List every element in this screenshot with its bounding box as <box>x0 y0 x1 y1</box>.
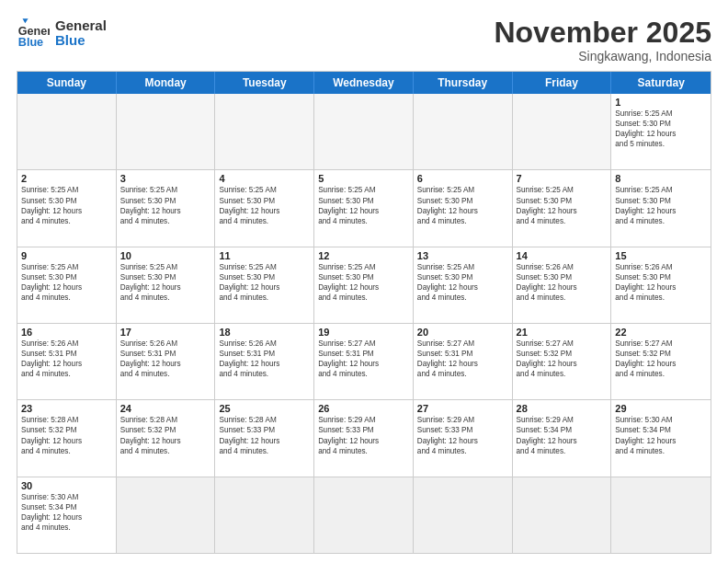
calendar-cell: 12Sunrise: 5:25 AM Sunset: 5:30 PM Dayli… <box>314 247 414 323</box>
calendar-header: SundayMondayTuesdayWednesdayThursdayFrid… <box>17 72 711 94</box>
calendar-body: 1Sunrise: 5:25 AM Sunset: 5:30 PM Daylig… <box>17 94 711 553</box>
cell-info: Sunrise: 5:27 AM Sunset: 5:32 PM Dayligh… <box>615 339 707 379</box>
day-number: 9 <box>21 250 112 261</box>
cell-info: Sunrise: 5:28 AM Sunset: 5:33 PM Dayligh… <box>219 415 310 455</box>
cell-info: Sunrise: 5:25 AM Sunset: 5:30 PM Dayligh… <box>21 185 112 225</box>
calendar-cell: 11Sunrise: 5:25 AM Sunset: 5:30 PM Dayli… <box>215 247 314 323</box>
cell-info: Sunrise: 5:27 AM Sunset: 5:31 PM Dayligh… <box>417 339 508 379</box>
calendar-cell <box>117 94 216 169</box>
title-block: November 2025 Singkawang, Indonesia <box>494 17 711 63</box>
svg-text:Blue: Blue <box>18 36 43 49</box>
day-number: 8 <box>615 173 707 184</box>
cell-info: Sunrise: 5:26 AM Sunset: 5:30 PM Dayligh… <box>517 262 608 303</box>
calendar-cell: 2Sunrise: 5:25 AM Sunset: 5:30 PM Daylig… <box>17 170 117 246</box>
cell-info: Sunrise: 5:25 AM Sunset: 5:30 PM Dayligh… <box>615 109 707 149</box>
header-day-tuesday: Tuesday <box>215 72 314 94</box>
cell-info: Sunrise: 5:26 AM Sunset: 5:31 PM Dayligh… <box>219 339 310 379</box>
cell-info: Sunrise: 5:26 AM Sunset: 5:31 PM Dayligh… <box>21 339 112 379</box>
calendar-row: 2Sunrise: 5:25 AM Sunset: 5:30 PM Daylig… <box>17 170 711 247</box>
day-number: 2 <box>21 173 112 184</box>
page: General Blue General Blue November 2025 … <box>0 0 728 563</box>
calendar: SundayMondayTuesdayWednesdayThursdayFrid… <box>17 71 711 554</box>
day-number: 13 <box>417 250 508 261</box>
calendar-cell <box>117 477 216 553</box>
calendar-row: 1Sunrise: 5:25 AM Sunset: 5:30 PM Daylig… <box>17 94 711 170</box>
calendar-cell <box>215 94 314 169</box>
calendar-cell: 17Sunrise: 5:26 AM Sunset: 5:31 PM Dayli… <box>117 324 216 399</box>
calendar-row: 23Sunrise: 5:28 AM Sunset: 5:32 PM Dayli… <box>17 400 711 477</box>
logo-icon: General Blue <box>17 17 50 50</box>
calendar-cell: 30Sunrise: 5:30 AM Sunset: 5:34 PM Dayli… <box>17 477 117 553</box>
calendar-cell: 15Sunrise: 5:26 AM Sunset: 5:30 PM Dayli… <box>611 247 711 323</box>
calendar-cell <box>414 477 513 553</box>
calendar-cell: 9Sunrise: 5:25 AM Sunset: 5:30 PM Daylig… <box>17 247 117 323</box>
svg-marker-2 <box>22 18 28 23</box>
cell-info: Sunrise: 5:25 AM Sunset: 5:30 PM Dayligh… <box>219 262 310 303</box>
day-number: 29 <box>615 403 707 414</box>
cell-info: Sunrise: 5:28 AM Sunset: 5:32 PM Dayligh… <box>120 415 211 455</box>
subtitle: Singkawang, Indonesia <box>494 49 711 63</box>
header-day-friday: Friday <box>513 72 612 94</box>
calendar-cell <box>314 94 414 169</box>
calendar-cell <box>314 477 414 553</box>
cell-info: Sunrise: 5:26 AM Sunset: 5:30 PM Dayligh… <box>615 262 707 303</box>
calendar-cell: 7Sunrise: 5:25 AM Sunset: 5:30 PM Daylig… <box>513 170 612 246</box>
calendar-cell <box>611 477 711 553</box>
day-number: 1 <box>615 97 707 108</box>
calendar-cell: 19Sunrise: 5:27 AM Sunset: 5:31 PM Dayli… <box>314 324 414 399</box>
cell-info: Sunrise: 5:26 AM Sunset: 5:31 PM Dayligh… <box>120 339 211 379</box>
cell-info: Sunrise: 5:25 AM Sunset: 5:30 PM Dayligh… <box>417 185 508 225</box>
day-number: 24 <box>120 403 211 414</box>
day-number: 18 <box>219 327 310 338</box>
cell-info: Sunrise: 5:25 AM Sunset: 5:30 PM Dayligh… <box>219 185 310 225</box>
calendar-cell: 5Sunrise: 5:25 AM Sunset: 5:30 PM Daylig… <box>314 170 414 246</box>
header-day-sunday: Sunday <box>17 72 117 94</box>
calendar-cell: 10Sunrise: 5:25 AM Sunset: 5:30 PM Dayli… <box>117 247 216 323</box>
calendar-row: 30Sunrise: 5:30 AM Sunset: 5:34 PM Dayli… <box>17 477 711 553</box>
logo: General Blue General Blue <box>17 17 107 50</box>
calendar-cell <box>215 477 314 553</box>
day-number: 11 <box>219 250 310 261</box>
calendar-cell <box>513 477 612 553</box>
day-number: 5 <box>318 173 409 184</box>
calendar-cell: 26Sunrise: 5:29 AM Sunset: 5:33 PM Dayli… <box>314 400 414 476</box>
cell-info: Sunrise: 5:25 AM Sunset: 5:30 PM Dayligh… <box>21 262 112 303</box>
day-number: 26 <box>318 403 409 414</box>
cell-info: Sunrise: 5:27 AM Sunset: 5:32 PM Dayligh… <box>517 339 608 379</box>
day-number: 14 <box>517 250 608 261</box>
cell-info: Sunrise: 5:25 AM Sunset: 5:30 PM Dayligh… <box>417 262 508 303</box>
calendar-row: 16Sunrise: 5:26 AM Sunset: 5:31 PM Dayli… <box>17 324 711 400</box>
cell-info: Sunrise: 5:29 AM Sunset: 5:33 PM Dayligh… <box>417 415 508 455</box>
day-number: 7 <box>517 173 608 184</box>
month-title: November 2025 <box>494 17 711 49</box>
calendar-cell: 28Sunrise: 5:29 AM Sunset: 5:34 PM Dayli… <box>513 400 612 476</box>
cell-info: Sunrise: 5:25 AM Sunset: 5:30 PM Dayligh… <box>318 262 409 303</box>
day-number: 22 <box>615 327 707 338</box>
cell-info: Sunrise: 5:27 AM Sunset: 5:31 PM Dayligh… <box>318 339 409 379</box>
calendar-cell: 18Sunrise: 5:26 AM Sunset: 5:31 PM Dayli… <box>215 324 314 399</box>
calendar-cell: 8Sunrise: 5:25 AM Sunset: 5:30 PM Daylig… <box>611 170 711 246</box>
calendar-cell: 6Sunrise: 5:25 AM Sunset: 5:30 PM Daylig… <box>414 170 513 246</box>
cell-info: Sunrise: 5:29 AM Sunset: 5:34 PM Dayligh… <box>517 415 608 455</box>
day-number: 10 <box>120 250 211 261</box>
day-number: 30 <box>21 480 112 491</box>
calendar-cell: 23Sunrise: 5:28 AM Sunset: 5:32 PM Dayli… <box>17 400 117 476</box>
day-number: 3 <box>120 173 211 184</box>
day-number: 6 <box>417 173 508 184</box>
calendar-cell: 3Sunrise: 5:25 AM Sunset: 5:30 PM Daylig… <box>117 170 216 246</box>
calendar-cell: 22Sunrise: 5:27 AM Sunset: 5:32 PM Dayli… <box>611 324 711 399</box>
calendar-cell: 14Sunrise: 5:26 AM Sunset: 5:30 PM Dayli… <box>513 247 612 323</box>
day-number: 23 <box>21 403 112 414</box>
calendar-cell: 25Sunrise: 5:28 AM Sunset: 5:33 PM Dayli… <box>215 400 314 476</box>
calendar-cell: 24Sunrise: 5:28 AM Sunset: 5:32 PM Dayli… <box>117 400 216 476</box>
calendar-cell: 1Sunrise: 5:25 AM Sunset: 5:30 PM Daylig… <box>611 94 711 169</box>
day-number: 12 <box>318 250 409 261</box>
cell-info: Sunrise: 5:25 AM Sunset: 5:30 PM Dayligh… <box>318 185 409 225</box>
calendar-cell: 29Sunrise: 5:30 AM Sunset: 5:34 PM Dayli… <box>611 400 711 476</box>
calendar-cell: 13Sunrise: 5:25 AM Sunset: 5:30 PM Dayli… <box>414 247 513 323</box>
cell-info: Sunrise: 5:28 AM Sunset: 5:32 PM Dayligh… <box>21 415 112 455</box>
day-number: 16 <box>21 327 112 338</box>
cell-info: Sunrise: 5:25 AM Sunset: 5:30 PM Dayligh… <box>615 185 707 225</box>
logo-general: General <box>55 18 107 34</box>
calendar-cell: 16Sunrise: 5:26 AM Sunset: 5:31 PM Dayli… <box>17 324 117 399</box>
